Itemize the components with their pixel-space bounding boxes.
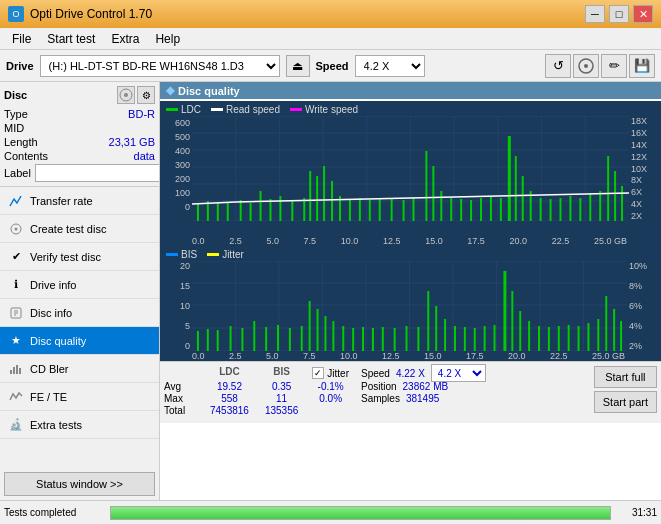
fe-te-icon [8, 389, 24, 405]
sidebar-item-fe-te[interactable]: FE / TE [0, 383, 159, 411]
sidebar-item-disc-quality[interactable]: ★ Disc quality [0, 327, 159, 355]
upper-x-axis: 0.0 2.5 5.0 7.5 10.0 12.5 15.0 17.5 20.0… [164, 236, 657, 246]
disc-label-input[interactable] [35, 164, 160, 182]
progress-area: Tests completed 31:31 [0, 500, 661, 524]
svg-rect-48 [359, 198, 361, 221]
svg-rect-132 [597, 319, 599, 351]
disc-label-label: Label [4, 167, 31, 179]
upper-legend: LDC Read speed Write speed [164, 103, 657, 116]
samples-value: 381495 [406, 393, 439, 404]
svg-rect-68 [550, 199, 552, 221]
bis-header: BIS [273, 366, 290, 380]
jitter-total [312, 405, 349, 419]
svg-rect-39 [279, 196, 281, 221]
svg-rect-69 [559, 198, 561, 221]
svg-rect-12 [16, 365, 18, 374]
disc-info-icon [8, 305, 24, 321]
sidebar-item-disc-info[interactable]: Disc info [0, 299, 159, 327]
title-bar: O Opti Drive Control 1.70 ─ □ ✕ [0, 0, 661, 28]
ldc-legend: LDC [166, 104, 201, 115]
start-part-button[interactable]: Start part [594, 391, 657, 413]
drive-select[interactable]: (H:) HL-DT-ST BD-RE WH16NS48 1.D3 [40, 55, 280, 77]
lower-chart [192, 261, 627, 351]
close-button[interactable]: ✕ [633, 5, 653, 23]
svg-rect-72 [589, 194, 591, 221]
action-buttons: Start full Start part [594, 366, 657, 413]
total-label: Total [164, 405, 194, 416]
svg-rect-133 [605, 296, 607, 351]
disc-button[interactable] [573, 54, 599, 78]
svg-rect-44 [323, 166, 325, 221]
svg-rect-124 [519, 311, 521, 351]
menu-start-test[interactable]: Start test [39, 30, 103, 48]
svg-rect-119 [474, 328, 476, 351]
speed-label: Speed [316, 60, 349, 72]
svg-rect-92 [197, 331, 199, 351]
edit-button[interactable]: ✏ [601, 54, 627, 78]
svg-rect-121 [494, 325, 496, 351]
menu-file[interactable]: File [4, 30, 39, 48]
svg-rect-135 [620, 321, 622, 351]
extra-tests-label: Extra tests [30, 419, 82, 431]
svg-rect-60 [480, 198, 482, 221]
svg-rect-10 [10, 370, 12, 374]
svg-rect-120 [484, 326, 486, 351]
eject-button[interactable]: ⏏ [286, 55, 310, 77]
svg-rect-134 [613, 309, 615, 351]
bis-avg: 0.35 [272, 381, 291, 392]
speed-select[interactable]: 4.2 X [355, 55, 425, 77]
disc-quality-icon: ★ [8, 333, 24, 349]
speed-dropdown[interactable]: 4.2 X [431, 364, 486, 382]
extra-tests-icon: 🔬 [8, 417, 24, 433]
svg-rect-70 [569, 196, 571, 221]
svg-point-5 [15, 227, 18, 230]
speed-stat-value: 4.22 X [396, 368, 425, 379]
svg-rect-35 [240, 200, 242, 221]
svg-rect-63 [508, 136, 511, 221]
svg-rect-103 [317, 309, 319, 351]
start-full-button[interactable]: Start full [594, 366, 657, 388]
type-value: BD-R [128, 108, 155, 120]
svg-rect-67 [540, 198, 542, 221]
maximize-button[interactable]: □ [609, 5, 629, 23]
svg-rect-40 [291, 201, 293, 221]
contents-value: data [134, 150, 155, 162]
jitter-legend: Jitter [207, 249, 244, 260]
refresh-button[interactable]: ↺ [545, 54, 571, 78]
contents-label: Contents [4, 150, 48, 162]
verify-test-disc-icon: ✔ [8, 249, 24, 265]
minimize-button[interactable]: ─ [585, 5, 605, 23]
menu-help[interactable]: Help [147, 30, 188, 48]
sidebar-item-extra-tests[interactable]: 🔬 Extra tests [0, 411, 159, 439]
svg-point-1 [584, 64, 588, 68]
lower-legend: BIS Jitter [164, 248, 657, 261]
svg-rect-106 [342, 326, 344, 351]
menu-extra[interactable]: Extra [103, 30, 147, 48]
svg-rect-104 [324, 316, 326, 351]
svg-rect-53 [412, 198, 414, 221]
disc-icon-2[interactable]: ⚙ [137, 86, 155, 104]
sidebar-item-create-test-disc[interactable]: Create test disc [0, 215, 159, 243]
svg-rect-127 [548, 327, 550, 351]
progress-bar-fill [111, 507, 610, 519]
save-button[interactable]: 💾 [629, 54, 655, 78]
svg-rect-102 [309, 301, 311, 351]
svg-rect-113 [417, 327, 419, 351]
svg-rect-118 [464, 327, 466, 351]
sidebar-item-transfer-rate[interactable]: Transfer rate [0, 187, 159, 215]
jitter-checkbox[interactable]: ✓ [312, 367, 324, 379]
svg-rect-37 [260, 191, 262, 221]
sidebar-item-cd-bler[interactable]: CD Bler [0, 355, 159, 383]
status-window-button[interactable]: Status window >> [4, 472, 155, 496]
svg-rect-59 [470, 200, 472, 221]
sidebar-item-drive-info[interactable]: ℹ Drive info [0, 271, 159, 299]
samples-label: Samples [361, 393, 400, 404]
speed-stat-label: Speed [361, 368, 390, 379]
chart-header: ◆ Disc quality [160, 82, 661, 99]
cd-bler-icon [8, 361, 24, 377]
sidebar-item-verify-test-disc[interactable]: ✔ Verify test disc [0, 243, 159, 271]
svg-rect-71 [579, 198, 581, 221]
write-speed-legend: Write speed [290, 104, 358, 115]
type-label: Type [4, 108, 28, 120]
disc-icon-1[interactable] [117, 86, 135, 104]
